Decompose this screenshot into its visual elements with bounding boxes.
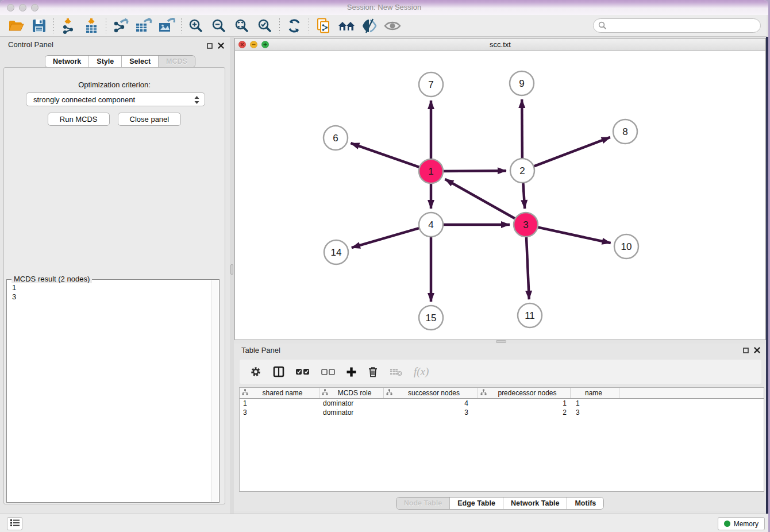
search-field-wrap [593,18,761,33]
workspace: Control Panel Network Style Select MCDS … [0,37,768,514]
cell-name[interactable]: 1 [571,399,619,408]
control-panel: Control Panel Network Style Select MCDS … [0,37,230,514]
graph-edge-3-1[interactable] [445,179,525,224]
column-header-shared-name[interactable]: shared name [240,388,319,398]
column-header-mcds-role[interactable]: MCDS role [319,388,384,398]
add-column-icon[interactable] [346,367,356,377]
dropdown-stepper-icon [194,95,200,106]
zoom-out-icon[interactable] [207,16,230,36]
zoom-fit-icon[interactable] [230,16,253,36]
graph-edge-1-6[interactable] [351,143,430,171]
application-window: Session: New Session [0,0,768,532]
graph-node-label: 9 [519,78,524,89]
mcds-result-box: MCDS result (2 nodes) 1 3 [6,279,220,503]
network-graph-canvas[interactable]: 1234678910111415 [235,51,765,340]
horizontal-splitter-handle[interactable] [496,340,506,343]
vertical-splitter-handle[interactable] [230,264,233,275]
function-builder-icon-disabled: f(x) [414,365,429,378]
main-toolbar [0,15,767,37]
mcds-result-item: 3 [12,292,16,302]
control-panel-header: Control Panel [0,39,230,51]
column-header-successor-nodes[interactable]: successor nodes [384,388,478,398]
criterion-dropdown[interactable]: strongly connected component [26,92,205,106]
cell-successor-nodes[interactable]: 3 [384,408,478,417]
column-type-icon [386,389,392,397]
close-panel-icon[interactable] [218,41,224,51]
tab-network-table[interactable]: Network Table [503,498,567,509]
list-icon [10,519,20,529]
table-row[interactable]: 3 dominator 3 2 3 [240,408,764,417]
save-session-icon[interactable] [28,16,51,36]
mcds-result-title: MCDS result (2 nodes) [11,275,92,283]
tab-mcds[interactable]: MCDS [158,56,195,67]
column-type-icon [480,389,487,397]
graph-node-label: 8 [622,126,627,137]
tab-node-table[interactable]: Node Table [396,498,449,509]
memory-button[interactable]: Memory [718,517,765,530]
column-header-name[interactable]: name [571,388,619,398]
cell-predecessor-nodes[interactable]: 2 [478,408,571,417]
memory-status-icon [724,521,730,527]
table-row[interactable]: 1 dominator 4 1 1 [240,399,764,408]
export-image-icon[interactable] [155,16,178,36]
zoom-in-icon[interactable] [184,16,207,36]
network-view-window: scc.txt 1234678910111415 [234,38,766,340]
cell-mcds-role[interactable]: dominator [319,408,384,417]
float-panel-icon[interactable] [207,41,213,51]
graph-node-label: 3 [523,219,528,230]
graph-edge-4-14[interactable] [352,225,430,248]
result-scrollbar[interactable] [211,280,218,502]
home-layout-icon[interactable] [335,16,358,36]
cell-shared-name[interactable]: 3 [240,408,319,417]
tab-style[interactable]: Style [88,56,121,67]
table-panel-tabs: Node Table Edge Table Network Table Moti… [234,497,766,510]
export-network-icon[interactable] [109,16,132,36]
node-table-header: shared name MCDS role successor nodes pr… [240,388,764,399]
close-panel-icon[interactable] [754,345,760,356]
export-table-icon[interactable] [132,16,155,36]
tab-select[interactable]: Select [121,56,158,67]
float-panel-icon[interactable] [743,345,749,356]
tab-network[interactable]: Network [45,56,88,67]
refresh-icon[interactable] [283,16,306,36]
deselect-all-checks-icon[interactable] [321,368,335,375]
task-history-button[interactable] [7,517,22,530]
graph-edge-3-10[interactable] [527,225,611,243]
zoom-selected-icon[interactable] [253,16,276,36]
graph-edge-2-8[interactable] [523,137,610,170]
cell-predecessor-nodes[interactable]: 1 [478,399,571,408]
graph-node-label: 4 [428,219,433,230]
vertical-splitter[interactable] [230,37,234,514]
tab-edge-table[interactable]: Edge Table [449,498,503,509]
cell-shared-name[interactable]: 1 [240,399,319,408]
select-all-checks-icon[interactable] [296,368,310,375]
control-panel-tabs: Network Style Select MCDS [45,55,195,68]
delete-column-icon[interactable] [368,366,378,377]
column-type-icon [322,389,328,397]
graph-node-label: 6 [333,133,338,144]
import-table-icon[interactable] [80,16,103,36]
column-type-icon [242,389,248,397]
graph-node-label: 10 [621,241,632,252]
table-panel: Table Panel [234,344,766,511]
cell-name[interactable]: 3 [571,408,619,417]
toolbar-separator [279,18,280,33]
column-browser-icon[interactable] [273,366,284,377]
toolbar-separator [309,18,309,33]
search-input[interactable] [593,18,761,33]
settings-gear-icon[interactable] [250,366,261,377]
open-session-icon[interactable] [5,16,28,36]
close-panel-button[interactable]: Close panel [118,113,182,126]
visual-properties-icon[interactable] [358,16,381,36]
cell-successor-nodes[interactable]: 4 [384,399,478,408]
column-header-predecessor-nodes[interactable]: predecessor nodes [478,388,571,398]
clone-network-icon[interactable] [312,16,335,36]
cell-mcds-role[interactable]: dominator [319,399,384,408]
memory-label: Memory [734,520,759,528]
run-mcds-button[interactable]: Run MCDS [48,113,110,126]
show-hide-details-icon[interactable] [381,16,404,36]
search-icon [598,21,607,32]
import-network-icon[interactable] [57,16,80,36]
tab-motifs[interactable]: Motifs [567,498,603,509]
toolbar-separator [181,18,182,33]
